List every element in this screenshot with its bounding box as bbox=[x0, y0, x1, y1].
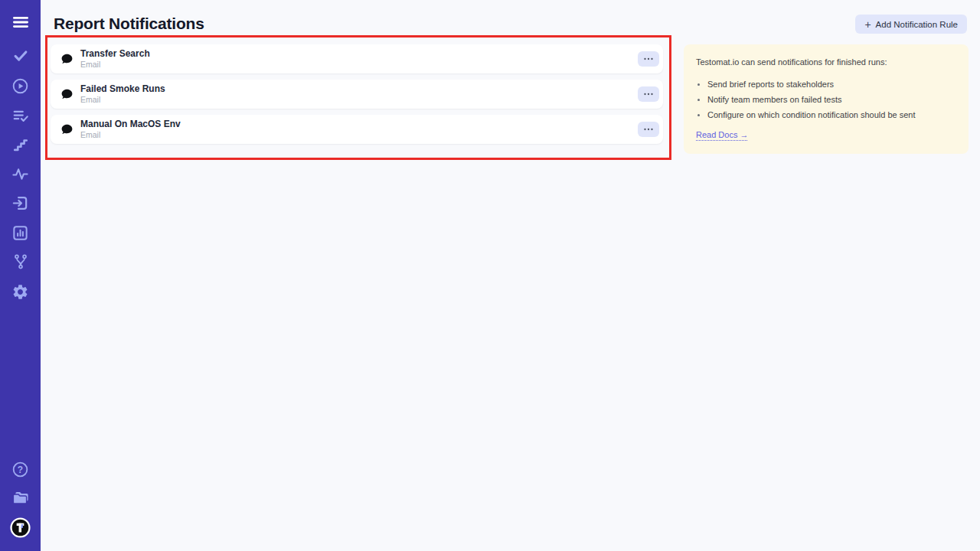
list-check-icon bbox=[12, 107, 29, 124]
sidebar-item-milestones[interactable] bbox=[0, 135, 41, 155]
rule-card-manual-on-macos-env[interactable]: Manual On MacOS Env Email bbox=[51, 115, 663, 144]
rule-card-failed-smoke-runs[interactable]: Failed Smoke Runs Email bbox=[51, 80, 663, 109]
sidebar-item-import[interactable] bbox=[0, 193, 41, 213]
info-bullet: Notify team members on failed tests bbox=[707, 95, 956, 105]
info-intro-text: Testomat.io can send notifications for f… bbox=[696, 57, 956, 67]
sidebar: ? bbox=[0, 0, 41, 551]
rule-name: Failed Smoke Runs bbox=[80, 83, 165, 94]
sidebar-item-tests[interactable] bbox=[0, 46, 41, 66]
rule-menu-button[interactable] bbox=[638, 122, 659, 137]
account-logo-button[interactable] bbox=[0, 517, 41, 537]
info-bullet-list: Send brief reports to stakeholders Notif… bbox=[696, 80, 956, 120]
import-icon bbox=[11, 194, 29, 212]
bar-chart-icon bbox=[11, 224, 29, 242]
rule-channel: Email bbox=[80, 60, 150, 70]
svg-text:?: ? bbox=[18, 464, 23, 474]
sidebar-item-test-plans[interactable] bbox=[0, 106, 41, 126]
read-docs-link[interactable]: Read Docs → bbox=[696, 130, 748, 139]
add-notification-rule-label: Add Notification Rule bbox=[876, 20, 958, 29]
sidebar-item-runs[interactable] bbox=[0, 76, 41, 96]
app-window: ? Report Notifications + Add Notificatio… bbox=[0, 0, 980, 551]
rule-channel: Email bbox=[80, 130, 181, 140]
branch-icon bbox=[12, 253, 29, 270]
info-bullet: Send brief reports to stakeholders bbox=[707, 80, 956, 90]
ellipsis-icon bbox=[643, 56, 654, 62]
gear-icon bbox=[11, 283, 29, 301]
plus-icon: + bbox=[864, 19, 871, 30]
chat-bubble-icon bbox=[60, 53, 74, 66]
notification-rules-list: Transfer Search Email Failed Smoke Runs … bbox=[51, 44, 663, 150]
play-circle-icon bbox=[11, 77, 29, 95]
rule-menu-button[interactable] bbox=[638, 86, 659, 102]
ellipsis-icon bbox=[643, 126, 654, 132]
projects-button[interactable] bbox=[0, 488, 41, 508]
hamburger-icon bbox=[11, 13, 30, 31]
ellipsis-icon bbox=[643, 91, 654, 97]
chat-bubble-icon bbox=[60, 88, 74, 101]
rule-name: Manual On MacOS Env bbox=[80, 119, 181, 129]
help-button[interactable]: ? bbox=[0, 459, 41, 479]
page-title: Report Notifications bbox=[54, 15, 204, 33]
info-panel: Testomat.io can send notifications for f… bbox=[684, 44, 969, 154]
check-icon bbox=[12, 47, 29, 64]
rule-channel: Email bbox=[80, 95, 165, 105]
sidebar-item-branches[interactable] bbox=[0, 252, 41, 272]
info-bullet: Configure on which condition notificatio… bbox=[707, 110, 956, 120]
folders-icon bbox=[11, 489, 30, 507]
testomat-logo-icon bbox=[10, 517, 31, 538]
help-icon: ? bbox=[11, 461, 29, 478]
menu-toggle-button[interactable] bbox=[0, 12, 41, 32]
sidebar-item-reports[interactable] bbox=[0, 223, 41, 243]
rule-name: Transfer Search bbox=[80, 48, 150, 59]
sidebar-item-settings[interactable] bbox=[0, 282, 41, 302]
steps-icon bbox=[12, 136, 29, 153]
rule-menu-button[interactable] bbox=[638, 51, 659, 67]
chat-bubble-icon bbox=[60, 123, 74, 136]
add-notification-rule-button[interactable]: + Add Notification Rule bbox=[855, 15, 967, 34]
pulse-icon bbox=[11, 165, 29, 183]
sidebar-item-analytics[interactable] bbox=[0, 164, 41, 184]
rule-card-transfer-search[interactable]: Transfer Search Email bbox=[51, 44, 663, 73]
